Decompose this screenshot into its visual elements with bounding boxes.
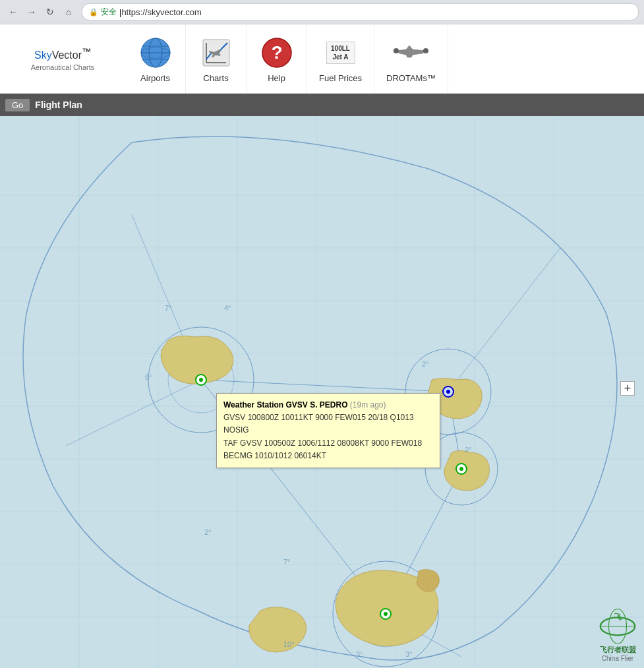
svg-text:3°: 3°: [405, 650, 413, 658]
watermark-line2: China Flier: [602, 655, 633, 662]
browser-top-bar: ← → ↻ ⌂ 🔒 安全 | https://skyvector.com: [0, 0, 644, 24]
charts-icon-area: [198, 34, 234, 71]
svg-text:2°: 2°: [204, 528, 212, 536]
weather-popup[interactable]: Weather Station GVSV S. PEDRO (19m ago) …: [216, 393, 440, 468]
svg-text:2°: 2°: [422, 360, 429, 368]
help-icon: ?: [260, 36, 293, 69]
svg-text:4°: 4°: [224, 304, 231, 312]
weather-time-ago: (19m ago): [350, 400, 386, 410]
nav-item-charts[interactable]: Charts: [186, 24, 247, 93]
airports-label: Airports: [140, 73, 170, 83]
watermark-line1: 飞行者联盟: [600, 645, 636, 655]
weather-line1: GVSV 100800Z 10011KT 9000 FEW015 20/18 Q…: [223, 411, 433, 437]
logo-sky: Sky: [34, 50, 52, 61]
svg-text:飞: 飞: [614, 613, 622, 621]
reload-button[interactable]: ↻: [42, 4, 58, 20]
address-bar[interactable]: 🔒 安全 | https://skyvector.com: [82, 3, 639, 20]
fuel-icon-area: 100LL Jet A: [322, 34, 359, 71]
chart-icon: [200, 36, 233, 69]
logo[interactable]: SkyVector™: [34, 46, 91, 61]
svg-point-58: [199, 378, 203, 382]
logo-area: SkyVector™ Aeronautical Charts: [0, 40, 125, 77]
help-icon-area: ?: [258, 34, 295, 71]
fuel-label: Fuel Prices: [319, 73, 362, 83]
svg-text:6°: 6°: [145, 373, 152, 381]
charts-label: Charts: [203, 73, 228, 83]
logo-tm: ™: [82, 46, 91, 57]
svg-text:?: ?: [271, 42, 282, 63]
svg-point-64: [384, 612, 388, 616]
drotams-label: DROTAMs™: [386, 73, 436, 83]
flight-plan-label: Flight Plan: [35, 100, 82, 110]
svg-line-37: [201, 380, 448, 392]
toolbar: Go Flight Plan: [0, 94, 644, 116]
logo-vector: Vector: [52, 50, 82, 61]
browser-chrome: ← → ↻ ⌂ 🔒 安全 | https://skyvector.com: [0, 0, 644, 24]
globe-icon: [139, 36, 172, 69]
go-button[interactable]: Go: [5, 99, 30, 111]
watermark-logo: 飞: [598, 604, 637, 644]
drone-icon: [393, 36, 429, 69]
svg-line-42: [448, 248, 560, 392]
map-svg: 7° 4° 2° 6° 5° 2° 2° 2° 7° 10° 3° 3°: [0, 116, 644, 668]
weather-line2: TAF GVSV 100500Z 1006/1112 08008KT 9000 …: [223, 437, 433, 450]
svg-text:7°: 7°: [165, 304, 172, 312]
nav-item-drotams[interactable]: DROTAMs™: [374, 24, 448, 93]
security-text: 安全: [101, 7, 117, 18]
site-header: SkyVector™ Aeronautical Charts Airports: [0, 24, 644, 94]
svg-text:2°: 2°: [465, 446, 472, 454]
svg-text:3°: 3°: [356, 650, 363, 658]
nav-items: Airports Charts ?: [125, 24, 448, 93]
nav-item-fuel[interactable]: 100LL Jet A Fuel Prices: [307, 24, 374, 93]
zoom-in-button[interactable]: +: [620, 381, 635, 396]
svg-text:10°: 10°: [283, 640, 295, 648]
svg-point-62: [459, 467, 463, 471]
back-button[interactable]: ←: [5, 4, 21, 20]
weather-station-name: Weather Station GVSV S. PEDRO: [223, 400, 347, 410]
forward-button[interactable]: →: [24, 4, 40, 20]
svg-line-44: [66, 380, 201, 446]
map-container[interactable]: 7° 4° 2° 6° 5° 2° 2° 2° 7° 10° 3° 3° Wea…: [0, 116, 644, 668]
airports-icon-area: [137, 34, 173, 71]
watermark: 飞 飞行者联盟 China Flier: [598, 604, 637, 662]
weather-line3: BECMG 1010/1012 06014KT: [223, 450, 433, 462]
svg-text:7°: 7°: [283, 558, 291, 566]
home-button[interactable]: ⌂: [61, 4, 76, 20]
drotams-icon-area: [393, 34, 429, 71]
weather-popup-title: Weather Station GVSV S. PEDRO (19m ago): [223, 399, 433, 411]
svg-point-60: [446, 390, 450, 394]
lock-icon: 🔒: [89, 8, 98, 16]
nav-item-help[interactable]: ? Help: [247, 24, 307, 93]
nav-buttons: ← → ↻ ⌂: [5, 4, 76, 20]
logo-subtitle: Aeronautical Charts: [31, 63, 95, 71]
help-label: Help: [268, 73, 285, 83]
url-text: https://skyvector.com: [121, 7, 201, 17]
nav-item-airports[interactable]: Airports: [125, 24, 186, 93]
